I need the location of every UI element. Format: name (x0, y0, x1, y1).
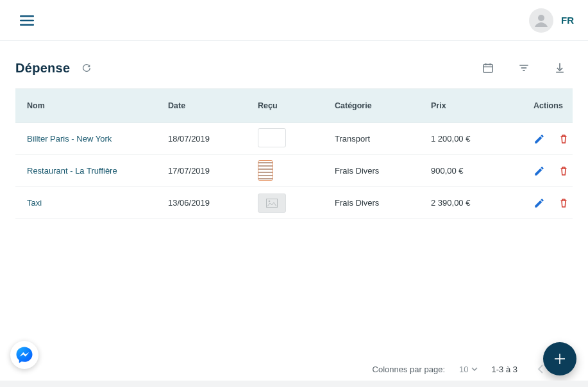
cell-receipt (258, 128, 335, 149)
content: Dépense (0, 41, 588, 219)
receipt-thumb[interactable] (258, 160, 273, 181)
cell-category: Frais Divers (335, 198, 431, 208)
col-category: Catégorie (335, 101, 431, 110)
cell-date: 13/06/2019 (168, 198, 258, 208)
title-actions (479, 59, 573, 77)
caret-down-icon (471, 367, 478, 371)
avatar-icon (532, 12, 550, 29)
cell-name: Restaurant - La Truffière (27, 166, 168, 176)
cell-price: 900,00 € (431, 166, 533, 176)
avatar[interactable] (529, 8, 553, 33)
plus-icon (553, 352, 566, 365)
table-row: Taxi13/06/2019Frais Divers2 390,00 € (15, 187, 573, 219)
receipt-thumb[interactable] (258, 194, 286, 213)
bottom-strip (0, 381, 588, 387)
messenger-icon (15, 345, 34, 365)
svg-point-3 (538, 15, 544, 21)
svg-point-13 (269, 200, 271, 202)
expense-link[interactable]: Billter Paris - New York (27, 134, 112, 144)
page-title: Dépense (15, 61, 70, 76)
cell-actions (533, 133, 584, 145)
col-date: Date (168, 101, 258, 110)
cell-actions (533, 165, 584, 177)
expenses-table: Nom Date Reçu Catégorie Prix Actions Bil… (15, 88, 573, 219)
date-filter-button[interactable] (479, 59, 497, 77)
rows-per-page-select[interactable]: 10 (459, 365, 477, 374)
cell-date: 17/07/2019 (168, 166, 258, 176)
delete-button[interactable] (558, 133, 569, 145)
receipt-thumb[interactable] (258, 128, 286, 147)
edit-button[interactable] (533, 133, 545, 145)
cell-category: Frais Divers (335, 166, 431, 176)
pencil-icon (533, 197, 545, 209)
hamburger-icon (20, 15, 34, 26)
title-row: Dépense (15, 59, 573, 77)
col-price: Prix (431, 101, 533, 110)
delete-button[interactable] (558, 197, 569, 209)
edit-button[interactable] (533, 165, 545, 177)
download-icon (553, 62, 566, 74)
cell-receipt (258, 194, 335, 213)
pencil-icon (533, 165, 545, 177)
cell-actions (533, 197, 584, 209)
cell-receipt (258, 160, 335, 182)
cell-price: 1 200,00 € (431, 134, 533, 144)
title-left: Dépense (15, 59, 96, 77)
rows-per-page-label: Colonnes par page: (373, 365, 445, 374)
expense-link[interactable]: Taxi (27, 198, 42, 208)
trash-icon (558, 165, 569, 177)
refresh-icon (81, 63, 92, 73)
expense-link[interactable]: Restaurant - La Truffière (27, 166, 117, 176)
col-receipt: Reçu (258, 101, 335, 110)
cell-name: Taxi (27, 198, 168, 208)
svg-rect-1 (20, 19, 34, 21)
svg-rect-12 (267, 199, 278, 207)
menu-button[interactable] (14, 8, 40, 33)
trash-icon (558, 197, 569, 209)
table-header-row: Nom Date Reçu Catégorie Prix Actions (15, 88, 573, 123)
delete-button[interactable] (558, 165, 569, 177)
calendar-icon (482, 62, 494, 74)
page-range: 1-3 à 3 (492, 365, 517, 374)
filter-icon (517, 62, 530, 74)
add-expense-fab[interactable] (543, 342, 576, 375)
svg-rect-4 (483, 65, 492, 73)
table-row: Billter Paris - New York18/07/2019Transp… (15, 123, 573, 155)
cell-name: Billter Paris - New York (27, 134, 168, 144)
col-actions: Actions (533, 101, 584, 110)
svg-rect-2 (20, 24, 34, 25)
appbar-right: FR (529, 8, 574, 33)
chat-button[interactable] (10, 341, 38, 369)
trash-icon (558, 133, 569, 145)
table-footer: Colonnes par page: 10 1-3 à 3 (373, 360, 550, 378)
svg-rect-0 (20, 15, 34, 17)
pencil-icon (533, 133, 545, 145)
chevron-left-icon (537, 364, 544, 374)
cell-price: 2 390,00 € (431, 198, 533, 208)
table-body: Billter Paris - New York18/07/2019Transp… (15, 123, 573, 219)
rows-per-page-value: 10 (459, 365, 468, 374)
lang-switch[interactable]: FR (561, 15, 574, 26)
download-button[interactable] (551, 59, 569, 77)
filter-button[interactable] (515, 59, 533, 77)
cell-date: 18/07/2019 (168, 134, 258, 144)
table-row: Restaurant - La Truffière17/07/2019Frais… (15, 155, 573, 187)
refresh-button[interactable] (78, 59, 96, 77)
image-placeholder-icon (266, 199, 278, 208)
cell-category: Transport (335, 134, 431, 144)
edit-button[interactable] (533, 197, 545, 209)
col-name: Nom (27, 101, 168, 110)
app-bar: FR (0, 0, 588, 41)
